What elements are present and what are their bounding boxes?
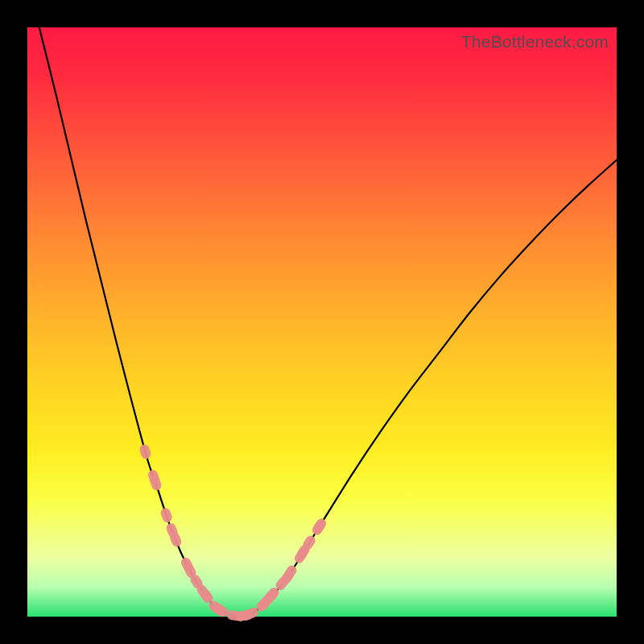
chart-frame: TheBottleneck.com — [0, 0, 644, 644]
plot-area: TheBottleneck.com — [27, 27, 617, 617]
curve-marker — [159, 506, 173, 523]
curve-layer — [27, 27, 617, 617]
curve-markers — [138, 444, 328, 622]
curve-marker — [138, 444, 152, 460]
